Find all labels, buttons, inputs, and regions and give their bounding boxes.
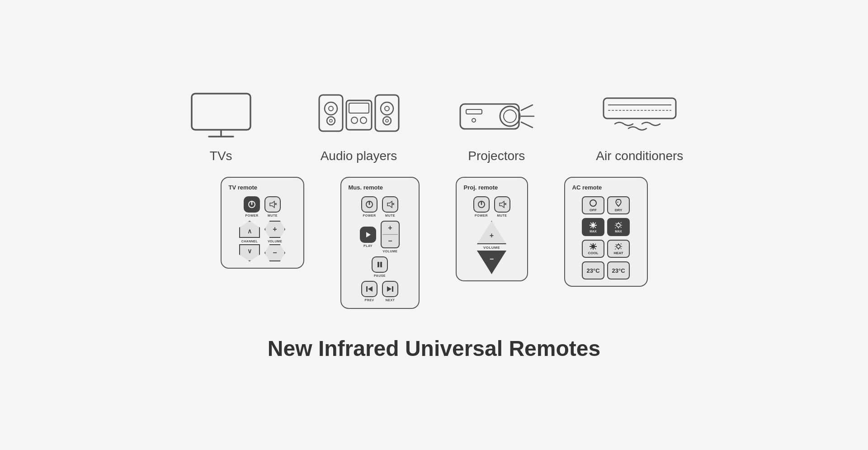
svg-line-62: [621, 227, 622, 228]
icons-row: TVs: [185, 89, 684, 163]
svg-point-4: [325, 102, 337, 115]
mus-power-mute-row: POWER MUTE: [361, 196, 398, 217]
mus-pause-row: PAUSE: [372, 256, 388, 277]
svg-line-64: [615, 227, 616, 228]
svg-marker-47: [500, 201, 504, 208]
music-remote: Mus. remote POWER: [340, 177, 420, 309]
ac-cool-max-btn[interactable]: MAX: [582, 218, 604, 236]
mus-pause-btn[interactable]: PAUSE: [372, 256, 388, 277]
tv-power-btn[interactable]: POWER: [244, 196, 260, 217]
ac-heat-max-btn[interactable]: MAX: [607, 218, 630, 236]
mus-prev-next-row: PREV NEXT: [361, 281, 398, 302]
svg-point-50: [590, 200, 596, 206]
proj-mute-btn[interactable]: MUTE: [494, 196, 510, 217]
music-remote-title: Mus. remote: [349, 184, 383, 191]
svg-rect-3: [319, 95, 343, 131]
svg-rect-20: [466, 109, 482, 114]
tv-remote: TV remote POWER: [221, 177, 304, 269]
svg-rect-8: [346, 100, 372, 130]
tv-power-mute-row: POWER MUTE: [244, 196, 281, 217]
ac-heat-btn[interactable]: HEAT: [607, 240, 630, 258]
audio-label: Audio players: [321, 149, 397, 163]
ac-temp2-btn[interactable]: 23°C: [607, 261, 630, 279]
svg-rect-9: [349, 103, 369, 113]
svg-marker-44: [387, 286, 392, 292]
svg-point-18: [500, 106, 520, 126]
page-title-text: New Infrared Universal Remotes: [268, 336, 600, 360]
svg-rect-25: [604, 98, 676, 118]
svg-point-13: [381, 102, 393, 115]
ac-heat-label: HEAT: [613, 251, 623, 255]
svg-rect-17: [460, 104, 519, 129]
tv-volume-up[interactable]: +: [264, 221, 285, 238]
svg-point-10: [351, 117, 358, 123]
projector-icon: [460, 89, 533, 143]
svg-line-61: [616, 223, 617, 224]
svg-marker-42: [368, 286, 373, 292]
ac-off-dry-row: OFF DRY: [582, 196, 630, 214]
ac-cool-btn[interactable]: COOL: [582, 240, 604, 258]
mus-mute-btn[interactable]: MUTE: [382, 196, 398, 217]
device-col-ac: Air conditioners: [596, 89, 683, 163]
svg-rect-12: [375, 95, 399, 131]
mus-play-label: PLAY: [363, 244, 373, 247]
mus-power-label: POWER: [363, 214, 376, 217]
tv-icon: [185, 89, 257, 143]
ac-off-btn[interactable]: OFF: [582, 196, 604, 214]
svg-marker-38: [366, 232, 371, 237]
ac-cool-heat-label-row: COOL HEAT: [582, 240, 630, 258]
tv-volume-label: VOLUME: [268, 240, 282, 243]
tv-channel-down[interactable]: ∨: [239, 244, 260, 261]
svg-rect-40: [380, 262, 382, 267]
ac-cool-label: COOL: [588, 251, 598, 255]
svg-marker-30: [270, 201, 274, 208]
svg-rect-43: [392, 286, 393, 292]
device-col-tv: TVs: [185, 89, 257, 163]
ac-temp-row: 23°C 23°C: [582, 261, 630, 279]
proj-power-label: POWER: [475, 214, 488, 217]
svg-marker-35: [387, 201, 392, 208]
page-title: New Infrared Universal Remotes: [268, 336, 600, 361]
main-container: TVs: [95, 89, 773, 361]
mus-volume-btn[interactable]: + − VOLUME: [381, 221, 400, 253]
ac-icon: [604, 89, 676, 143]
tv-channel-up[interactable]: ∧: [239, 221, 260, 238]
svg-point-19: [504, 110, 516, 123]
tv-volume-down[interactable]: −: [264, 244, 285, 261]
ac-dry-btn[interactable]: DRY: [607, 196, 630, 214]
svg-point-16: [386, 119, 388, 122]
svg-point-56: [617, 223, 620, 227]
proj-vol-down[interactable]: −: [477, 251, 506, 274]
projector-label: Projectors: [468, 149, 525, 163]
ac-temp1-btn[interactable]: 23°C: [582, 261, 604, 279]
tv-power-label: POWER: [245, 214, 259, 217]
proj-volume: + VOLUME −: [477, 221, 506, 274]
svg-point-7: [330, 119, 332, 122]
svg-line-22: [521, 105, 533, 110]
proj-remote-title: Proj. remote: [464, 184, 498, 191]
device-col-audio: Audio players: [321, 89, 397, 163]
tv-mute-label: MUTE: [268, 214, 278, 217]
svg-rect-39: [377, 262, 379, 267]
proj-vol-up[interactable]: +: [477, 221, 506, 244]
mus-prev-btn[interactable]: PREV: [361, 281, 377, 302]
ac-temp2-label: 23°C: [612, 267, 625, 274]
remotes-row: TV remote POWER: [221, 177, 648, 309]
proj-power-btn[interactable]: POWER: [473, 196, 490, 217]
ac-dry-label: DRY: [615, 208, 623, 212]
ac-cool-heat-max-row: MAX MAX: [582, 218, 630, 236]
svg-line-24: [521, 122, 533, 128]
svg-line-63: [621, 222, 622, 223]
device-col-projector: Projectors: [460, 89, 533, 163]
tv-label: TVs: [210, 149, 232, 163]
mus-volume-label: VOLUME: [383, 250, 398, 253]
mus-power-btn[interactable]: POWER: [361, 196, 377, 217]
proj-mute-label: MUTE: [497, 214, 507, 217]
ac-off-label: OFF: [590, 208, 597, 212]
ac-label: Air conditioners: [596, 149, 683, 163]
mus-play-btn[interactable]: PLAY: [360, 227, 376, 247]
svg-rect-0: [192, 94, 250, 130]
mus-next-btn[interactable]: NEXT: [382, 281, 398, 302]
tv-mute-btn[interactable]: MUTE: [264, 196, 281, 217]
mus-pause-label: PAUSE: [374, 274, 386, 277]
